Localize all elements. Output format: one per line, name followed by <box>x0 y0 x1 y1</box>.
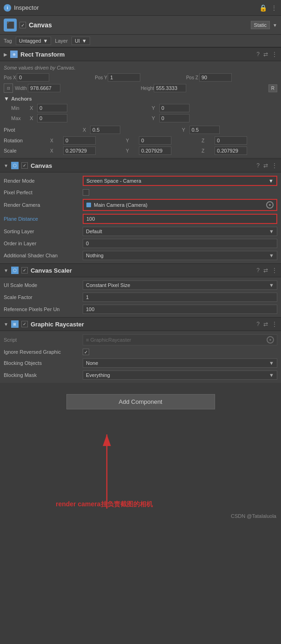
target-icon[interactable] <box>266 201 274 209</box>
inspector-header: i Inspector 🔒 ⋮ <box>0 0 281 16</box>
canvas-settings-icon[interactable]: ⇄ <box>263 162 268 169</box>
anchors-toggle[interactable]: ▼ Anchors <box>4 95 277 103</box>
scale-y-input[interactable]: 0.207929 <box>139 147 171 155</box>
height-input[interactable]: 555.3333 <box>154 84 186 92</box>
canvas-scaler-header: ▼ ⬡ ✓ Canvas Scaler ? ⇄ ⋮ <box>0 263 281 277</box>
menu-icon[interactable]: ⋮ <box>271 4 277 12</box>
graphic-raycaster-settings-icon[interactable]: ⇄ <box>263 321 268 327</box>
pivot-x-input[interactable]: 0.5 <box>90 126 120 134</box>
graphic-raycaster-toggle[interactable]: ▼ <box>4 322 8 327</box>
ui-scale-value: Constant Pixel Size <box>86 282 130 288</box>
graphic-raycaster-menu-icon[interactable]: ⋮ <box>272 321 277 327</box>
script-target-icon[interactable] <box>267 336 274 344</box>
rotation-x-input[interactable]: 0 <box>63 136 96 145</box>
blocking-mask-arrow: ▼ <box>269 372 274 378</box>
height-group: Height 555.3333 <box>141 84 267 92</box>
render-camera-value: Main Camera (Camera) <box>94 202 148 208</box>
width-input[interactable]: 978.6667 <box>28 84 60 92</box>
rotation-y-input[interactable]: 0 <box>139 136 171 145</box>
render-camera-label: Render Camera <box>4 202 83 208</box>
anchor-preset-icon[interactable]: ⊡ <box>4 83 13 93</box>
script-label: Script <box>4 337 83 343</box>
ui-scale-dropdown[interactable]: Constant Pixel Size ▼ <box>83 281 277 290</box>
canvas-scaler-menu-icon[interactable]: ⋮ <box>272 267 277 274</box>
blocking-mask-dropdown[interactable]: Everything ▼ <box>83 370 277 380</box>
pos-z-label: Pos Z <box>186 75 199 80</box>
scale-z-group: Z 0.207929 <box>202 147 277 155</box>
anchor-min-label: Min <box>11 105 30 111</box>
canvas-active-checkbox[interactable]: ✓ <box>21 162 28 169</box>
canvas-scaler-icon: ⬡ <box>11 267 19 274</box>
ref-pixels-input[interactable]: 100 <box>83 305 277 314</box>
rect-transform-section-header: ▶ ⊕ Rect Transform ? ⇄ ⋮ <box>0 47 281 61</box>
order-in-layer-input[interactable]: 0 <box>83 239 277 248</box>
anchor-max-y-input[interactable]: 0 <box>159 114 190 122</box>
render-camera-field[interactable]: Main Camera (Camera) <box>83 199 277 211</box>
blocking-objects-label: Blocking Objects <box>4 360 83 366</box>
pos-row: Pos X 0 Pos Y 1 Pos Z 90 <box>0 72 281 83</box>
graphic-raycaster-header: ▼ ⊞ ✓ Graphic Raycaster ? ⇄ ⋮ <box>0 317 281 331</box>
rotation-z-input[interactable]: 0 <box>215 136 247 145</box>
layer-dropdown[interactable]: UI ▼ <box>72 37 90 45</box>
canvas-menu-icon[interactable]: ⋮ <box>272 162 277 169</box>
rotation-z-group: Z 0 <box>202 136 277 145</box>
rect-transform-settings-icon[interactable]: ⇄ <box>263 51 268 57</box>
graphic-raycaster-help-icon[interactable]: ? <box>256 321 260 327</box>
pixel-perfect-checkbox[interactable] <box>83 189 89 196</box>
canvas-toggle[interactable]: ▼ <box>4 163 8 168</box>
pos-y-input[interactable]: 1 <box>108 73 140 82</box>
tag-arrow: ▼ <box>43 38 48 44</box>
anchor-max-y-letter: Y <box>152 115 158 121</box>
pos-z-input[interactable]: 90 <box>199 73 232 82</box>
canvas-scaler-properties: UI Scale Mode Constant Pixel Size ▼ Scal… <box>0 277 281 317</box>
inspector-tab-icon: i <box>4 4 11 12</box>
blocking-mask-row: Blocking Mask Everything ▼ <box>0 369 281 381</box>
ignore-reversed-checkbox[interactable]: ✓ <box>83 349 89 355</box>
ui-scale-arrow: ▼ <box>269 282 274 288</box>
pivot-y-input[interactable]: 0.5 <box>190 126 220 134</box>
gameobject-active-checkbox[interactable] <box>20 22 26 28</box>
size-row: ⊡ Width 978.6667 Height 555.3333 R <box>0 83 281 94</box>
anchor-min-y-letter: Y <box>152 105 158 111</box>
blocking-objects-value: None <box>86 360 98 366</box>
rect-transform-title: Rect Transform <box>20 51 254 58</box>
plane-distance-input[interactable]: 100 <box>83 214 277 224</box>
anchor-min-row: Min X 0 Y 0 <box>4 103 277 113</box>
rect-transform-toggle[interactable]: ▶ <box>4 52 7 57</box>
rect-transform-menu-icon[interactable]: ⋮ <box>272 51 277 57</box>
shader-channel-arrow: ▼ <box>269 253 274 258</box>
scale-x-input[interactable]: 0.207929 <box>63 147 96 155</box>
blocking-objects-dropdown[interactable]: None ▼ <box>83 358 277 368</box>
tag-dropdown[interactable]: Untagged ▼ <box>16 37 52 45</box>
canvas-scaler-toggle[interactable]: ▼ <box>4 268 8 273</box>
render-mode-dropdown[interactable]: Screen Space - Camera ▼ <box>83 176 277 186</box>
graphic-raycaster-checkbox[interactable]: ✓ <box>21 321 28 327</box>
tag-layer-row: Tag Untagged ▼ Layer UI ▼ <box>0 35 281 47</box>
scale-z-input[interactable]: 0.207929 <box>215 147 247 155</box>
anchor-min-x-input[interactable]: 0 <box>37 104 67 112</box>
pos-x-group: Pos X 0 <box>4 73 95 82</box>
pivot-x-field: X 0.5 <box>83 126 178 134</box>
canvas-scaler-settings-icon[interactable]: ⇄ <box>263 267 268 274</box>
r-button[interactable]: R <box>268 84 277 92</box>
rotation-label: Rotation <box>4 138 50 143</box>
canvas-scaler-checkbox[interactable]: ✓ <box>21 267 28 274</box>
scale-factor-input[interactable]: 1 <box>83 293 277 302</box>
anchor-min-y-input[interactable]: 0 <box>159 104 190 112</box>
rect-transform-help-icon[interactable]: ? <box>256 51 260 57</box>
canvas-help-icon[interactable]: ? <box>256 162 260 169</box>
pos-x-input[interactable]: 0 <box>17 73 49 82</box>
add-component-button[interactable]: Add Component <box>66 394 215 409</box>
canvas-scaler-help-icon[interactable]: ? <box>256 267 260 274</box>
static-button[interactable]: Static <box>251 21 270 29</box>
anchor-max-x-input[interactable]: 0 <box>37 114 67 122</box>
inspector-title: Inspector <box>14 4 259 11</box>
lock-icon[interactable]: 🔒 <box>259 4 267 12</box>
gameobject-row: ⬛ Canvas Static ▼ <box>0 16 281 35</box>
width-group: Width 978.6667 <box>15 84 141 92</box>
sorting-layer-dropdown[interactable]: Default ▼ <box>83 227 277 236</box>
plane-distance-label: Plane Distance <box>4 216 83 222</box>
shader-channel-dropdown[interactable]: Nothing ▼ <box>83 251 277 260</box>
static-dropdown-arrow[interactable]: ▼ <box>273 23 277 28</box>
rotation-y-group: Y 0 <box>126 136 202 145</box>
